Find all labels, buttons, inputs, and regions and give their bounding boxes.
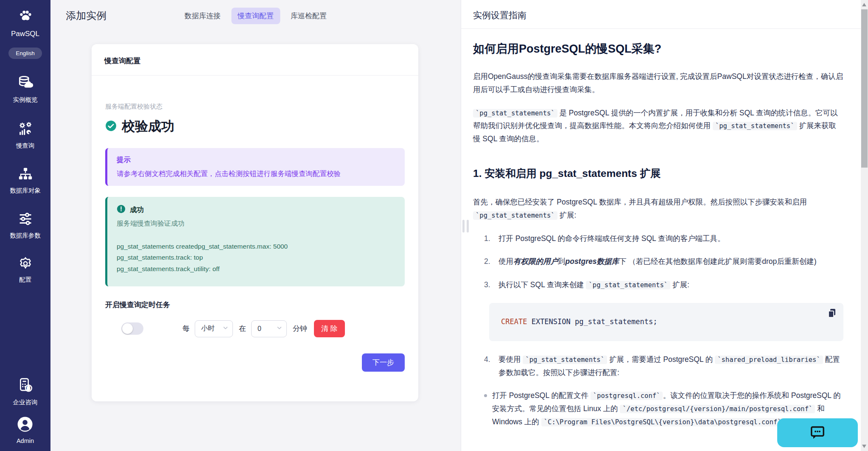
sidebar-item-instance-overview[interactable]: 实例概览 xyxy=(13,74,38,104)
svg-text:$: $ xyxy=(27,385,30,391)
success-detail-line: pg_stat_statements.track_utility: off xyxy=(117,263,395,275)
success-title: 成功 xyxy=(130,205,144,215)
sql-keyword: CREATE xyxy=(501,317,527,326)
scrollbar[interactable] xyxy=(861,0,868,451)
doc-text: 扩展，需要通过 PostgreSQL 的 xyxy=(607,355,715,364)
scrollbar-down-arrow-icon[interactable] xyxy=(862,445,866,448)
tip-alert: 提示 请参考右侧文档完成相关配置，点击检测按钮进行服务端慢查询配置校验 xyxy=(105,148,405,186)
sidebar-item-label: 实例概览 xyxy=(13,96,38,104)
doc-emphasis: 有权限的用户 xyxy=(513,257,558,266)
sidebar-nav: 实例概览 慢查询 xyxy=(10,74,41,300)
tab-database-connection[interactable]: 数据库连接 xyxy=(178,8,227,24)
bullet-icon xyxy=(484,394,487,397)
doc-text: 1. 安装和启用 pg_stat_statements 扩展 xyxy=(473,168,661,179)
sidebar-item-label: Admin xyxy=(17,437,34,444)
list-item-text: 执行以下 SQL 查询来创建 `pg_stat_statements` 扩展: xyxy=(498,278,843,291)
success-detail-line: pg_stat_statements.track: top xyxy=(117,252,395,263)
next-step-button[interactable]: 下一步 xyxy=(362,353,405,372)
inline-code: `pg_stat_statements` xyxy=(473,109,557,118)
doc-paragraph: 启用OpenGauss的慢查询采集需要在数据库服务器端进行设置, 完成设置后Pa… xyxy=(473,70,843,96)
sidebar: PawSQL English 实例概览 xyxy=(0,0,50,451)
interval-unit-select[interactable]: 小时 xyxy=(195,320,233,337)
guide-document: 如何启用PostgreSQL的慢SQL采集? 启用OpenGauss的慢查询采集… xyxy=(461,29,868,428)
check-circle-icon xyxy=(105,120,117,133)
success-message: 服务端慢查询验证成功 xyxy=(117,219,395,228)
step-tabs: 数据库连接 慢查询配置 库巡检配置 xyxy=(178,8,333,24)
doc-text: 使用 xyxy=(498,257,513,266)
validation-status-text: 校验成功 xyxy=(122,118,174,135)
list-item-text: 要使用 `pg_stat_statements` 扩展，需要通过 Postgre… xyxy=(498,353,843,379)
at-label: 在 xyxy=(239,324,246,333)
sidebar-item-label: 数据库参数 xyxy=(10,232,41,240)
database-params-icon xyxy=(17,211,34,229)
settings-gear-icon xyxy=(18,256,33,273)
inline-code: `shared_preload_libraries` xyxy=(715,356,823,364)
doc-text: 执行以下 SQL 查询来创建 xyxy=(498,280,586,289)
sidebar-item-database-params[interactable]: 数据库参数 xyxy=(10,211,41,240)
doc-list-item: 3.执行以下 SQL 查询来创建 `pg_stat_statements` 扩展… xyxy=(484,278,843,291)
brand-name: PawSQL xyxy=(11,30,39,38)
chevron-down-icon xyxy=(276,325,283,333)
sidebar-item-database-objects[interactable]: 数据库对象 xyxy=(10,166,41,195)
doc-paragraph: `pg_stat_statements` 是 PostgreSQL 提供的一个内… xyxy=(473,106,843,146)
schedule-controls: 每 小时 在 0 分钟 清 除 xyxy=(105,320,405,337)
inline-code: `pg_stat_statements` xyxy=(713,122,797,130)
schedule-toggle[interactable] xyxy=(121,322,143,335)
main-header: 添加实例 数据库连接 慢查询配置 库巡检配置 xyxy=(50,0,461,31)
sidebar-item-label: 数据库对象 xyxy=(10,187,41,195)
sidebar-item-enterprise-consult[interactable]: $ 企业咨询 xyxy=(13,377,38,406)
minute-value: 0 xyxy=(258,325,261,333)
user-avatar-icon xyxy=(17,416,34,434)
doc-text: 要使用 xyxy=(498,355,523,364)
inline-code: `pg_stat_statements` xyxy=(473,211,557,220)
chat-button[interactable] xyxy=(777,418,858,447)
scrollbar-up-arrow-icon[interactable] xyxy=(862,3,866,6)
list-marker: 2. xyxy=(484,255,493,268)
doc-text: 到 xyxy=(558,257,566,266)
main-panel: 添加实例 数据库连接 慢查询配置 库巡检配置 慢查询配置 服务端配置校验状态 xyxy=(50,0,461,451)
tab-slow-query-config[interactable]: 慢查询配置 xyxy=(231,8,280,24)
doc-text: 打开 PostgreSQL 的配置文件 xyxy=(492,391,591,400)
success-detail-line: pg_stat_statements createdpg_stat_statem… xyxy=(117,241,395,252)
tip-body: 请参考右侧文档完成相关配置，点击检测按钮进行服务端慢查询配置校验 xyxy=(117,169,395,179)
inline-code: `pg_stat_statements` xyxy=(586,281,670,289)
clear-button[interactable]: 清 除 xyxy=(314,320,345,337)
slow-query-config-card: 慢查询配置 服务端配置校验状态 校验成功 提示 请参考右侧文档完成相关配置，点击… xyxy=(92,44,418,401)
copy-icon[interactable] xyxy=(826,307,837,321)
tab-inspection-config[interactable]: 库巡检配置 xyxy=(284,8,333,24)
doc-text: 扩展: xyxy=(670,280,689,289)
toggle-knob xyxy=(122,323,133,334)
code-text: CREATE EXTENSION pg_stat_statements; xyxy=(501,316,832,328)
list-marker: 3. xyxy=(484,278,493,291)
sidebar-bottom: $ 企业咨询 Admin xyxy=(13,377,38,451)
doc-text: 首先，确保您已经安装了 PostgreSQL 数据库，并且具有超级用户权限。然后… xyxy=(473,198,807,206)
doc-main-heading: 如何启用PostgreSQL的慢SQL采集? xyxy=(473,39,843,59)
chevron-down-icon xyxy=(222,325,229,333)
guide-panel: 实例设置指南 如何启用PostgreSQL的慢SQL采集? 启用OpenGaus… xyxy=(461,0,868,451)
doc-text: 下 （若已经在其他数据库创建此扩展则需要drop后重新创建) xyxy=(619,257,817,266)
server-config-status-label: 服务端配置校验状态 xyxy=(105,103,405,111)
list-item-text: 使用有权限的用户到postgres数据库下 （若已经在其他数据库创建此扩展则需要… xyxy=(498,255,843,268)
language-toggle-button[interactable]: English xyxy=(8,48,42,59)
list-item-text: 打开 PostgreSQL 的命令行终端或任何支持 SQL 查询的客户端工具。 xyxy=(498,232,843,245)
database-cloud-icon xyxy=(17,74,34,93)
page-title: 添加实例 xyxy=(66,9,106,22)
sidebar-item-admin[interactable]: Admin xyxy=(17,416,34,444)
slow-query-icon xyxy=(17,120,34,139)
scrollbar-thumb[interactable] xyxy=(861,9,868,168)
card-body: 服务端配置校验状态 校验成功 提示 请参考右侧文档完成相关配置，点击检测按钮进行… xyxy=(92,76,418,401)
list-marker: 1. xyxy=(484,232,493,245)
app-root: PawSQL English 实例概览 xyxy=(0,0,868,451)
inline-code: `pg_stat_statements` xyxy=(523,356,607,364)
panel-resize-handle[interactable] xyxy=(462,220,469,233)
sidebar-item-slow-query[interactable]: 慢查询 xyxy=(16,120,35,150)
sidebar-item-label: 慢查询 xyxy=(16,142,35,150)
schedule-task-label: 开启慢查询定时任务 xyxy=(105,300,405,310)
doc-paragraph: 首先，确保您已经安装了 PostgreSQL 数据库，并且具有超级用户权限。然后… xyxy=(473,196,843,221)
doc-section-heading: 1. 安装和启用 pg_stat_statements 扩展 xyxy=(473,165,843,183)
sidebar-item-settings[interactable]: 配置 xyxy=(18,256,33,284)
minute-unit-label: 分钟 xyxy=(293,324,307,333)
info-circle-icon xyxy=(117,204,126,215)
doc-emphasis: postgres数据库 xyxy=(566,257,619,266)
minute-select[interactable]: 0 xyxy=(251,320,287,337)
